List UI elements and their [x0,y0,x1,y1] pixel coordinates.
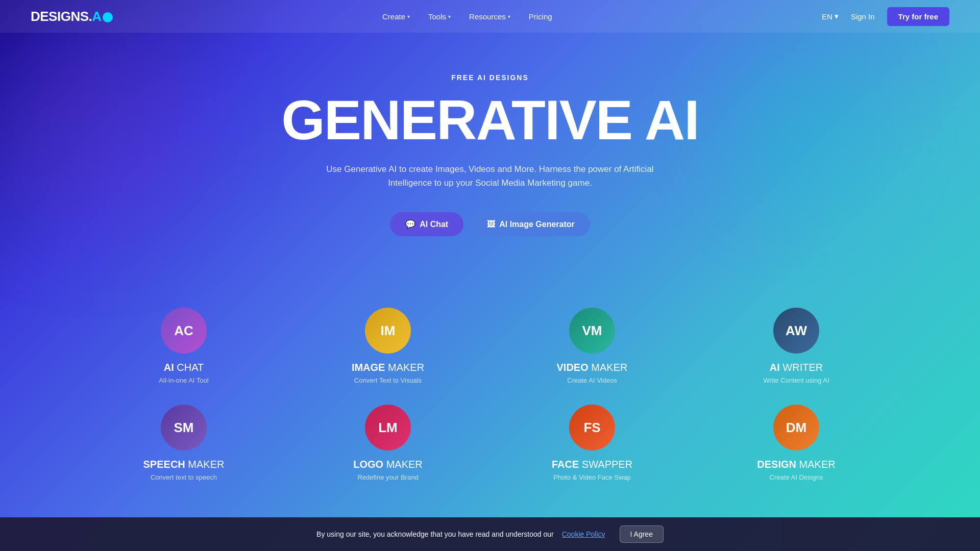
tool-desc: All-in-one AI Tool [159,377,208,384]
tool-card-dm[interactable]: DM DESIGN MAKER Create AI Designs [715,405,878,481]
tools-grid: AC AI CHAT All-in-one AI Tool IM IMAGE M… [102,308,878,481]
tool-icon-sm: SM [161,405,207,450]
tool-desc: Convert text to speech [151,473,217,481]
cookie-text: By using our site, you acknowledge that … [316,530,554,538]
agree-button[interactable]: I Agree [620,525,664,543]
hero-buttons: 💬 AI Chat 🖼 AI Image Generator [10,212,970,236]
tool-name: SPEECH MAKER [143,459,225,470]
chevron-down-icon: ▾ [448,14,451,19]
tool-icon-im: IM [365,308,411,354]
tool-icon-vm: VM [569,308,615,354]
chevron-down-icon: ▾ [835,12,839,21]
tool-name: IMAGE MAKER [352,362,424,373]
nav-tools[interactable]: Tools ▾ [428,12,451,21]
tool-icon-fs: FS [569,405,615,450]
tool-card-im[interactable]: IM IMAGE MAKER Convert Text to Visuals [306,308,470,384]
lang-selector[interactable]: EN ▾ [822,12,839,21]
tool-desc: Convert Text to Visuals [354,377,422,384]
tool-icon-ac: AC [161,308,207,354]
try-free-button[interactable]: Try for free [887,7,949,26]
tool-desc: Write Content using AI [763,377,829,384]
tool-icon-dm: DM [773,405,819,450]
tool-icon-aw: AW [773,308,819,354]
tool-name: FACE SWAPPER [552,459,632,470]
cookie-policy-link[interactable]: Cookie Policy [562,530,605,538]
tool-desc: Photo & Video Face Swap [553,473,631,481]
ai-chat-button[interactable]: 💬 AI Chat [390,212,463,236]
tool-name: LOGO MAKER [353,459,423,470]
tool-desc: Redefine your Brand [357,473,418,481]
image-icon: 🖼 [487,220,495,229]
tool-card-sm[interactable]: SM SPEECH MAKER Convert text to speech [102,405,265,481]
nav-right: EN ▾ Sign In Try for free [822,7,949,26]
hero-title: GENERATIVE AI [10,92,970,148]
hero-subtitle: Use Generative AI to create Images, Vide… [311,162,669,190]
ai-image-generator-button[interactable]: 🖼 AI Image Generator [472,212,590,236]
logo[interactable]: DESIGNS.A [31,9,113,24]
tool-name: DESIGN MAKER [757,459,835,470]
tool-desc: Create AI Designs [770,473,823,481]
sign-in-button[interactable]: Sign In [851,12,875,21]
tool-desc: Create AI Videos [567,377,617,384]
tool-card-lm[interactable]: LM LOGO MAKER Redefine your Brand [306,405,470,481]
nav-create[interactable]: Create ▾ [382,12,410,21]
hero-badge: FREE AI DESIGNS [10,73,970,82]
tool-name: AI CHAT [164,362,204,373]
nav-resources[interactable]: Resources ▾ [469,12,510,21]
chevron-down-icon: ▾ [508,14,510,19]
chat-icon: 💬 [405,219,415,229]
tool-card-ac[interactable]: AC AI CHAT All-in-one AI Tool [102,308,265,384]
hero-section: FREE AI DESIGNS GENERATIVE AI Use Genera… [0,33,980,308]
tool-card-aw[interactable]: AW AI WRITER Write Content using AI [715,308,878,384]
tool-name: AI WRITER [770,362,823,373]
cookie-banner: By using our site, you acknowledge that … [0,517,980,551]
nav-links: Create ▾ Tools ▾ Resources ▾ Pricing [382,12,552,21]
chevron-down-icon: ▾ [407,14,410,19]
logo-text: DESIGNS.A [31,9,113,24]
tool-name: VIDEO MAKER [557,362,628,373]
tool-card-fs[interactable]: FS FACE SWAPPER Photo & Video Face Swap [510,405,674,481]
navbar: DESIGNS.A Create ▾ Tools ▾ Resources ▾ P… [0,0,980,33]
tools-section: AC AI CHAT All-in-one AI Tool IM IMAGE M… [0,308,980,481]
tool-card-vm[interactable]: VM VIDEO MAKER Create AI Videos [510,308,674,384]
tool-icon-lm: LM [365,405,411,450]
nav-pricing[interactable]: Pricing [529,12,552,21]
